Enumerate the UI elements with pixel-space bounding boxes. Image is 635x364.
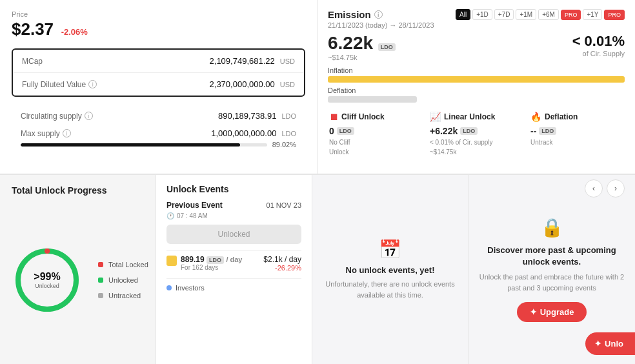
cliff-icon: ⏹ (329, 112, 338, 122)
investors-dot (166, 285, 172, 290)
no-events-panel: 📅 No unlock events, yet! Unfortunately, … (312, 175, 469, 364)
total-unlock-panel: Total Unlock Progress >99% Unlocked (0, 175, 156, 364)
no-events-desc: Unfortunately, there are no unlock event… (323, 279, 458, 300)
unlock-events-title: Unlock Events (166, 184, 301, 194)
emission-main: 6.22k LDO ~$14.75k < 0.01% of Cir. Suppl… (328, 33, 625, 61)
unlocked-button[interactable]: Unlocked (166, 225, 301, 244)
prev-arrow[interactable]: ‹ (585, 179, 603, 197)
filter-1d[interactable]: +1D (472, 9, 492, 20)
emission-badge: LDO (378, 43, 396, 51)
mcap-row: MCap 2,109,749,681.22 USD (13, 50, 304, 73)
vest-amount: 889.19 LDO / day (181, 255, 242, 264)
fdv-row: Fully Diluted Value i 2,370,000,000.00 U… (13, 73, 304, 96)
donut-wrap: >99% Unlocked (12, 245, 83, 316)
max-unit: LDO (281, 130, 296, 137)
event-time: 🕐 07 : 48 AM (166, 212, 301, 219)
max-value: 1,000,000,000.00 (211, 128, 276, 138)
progress-bar (21, 143, 267, 147)
inflation-label: Inflation (328, 66, 625, 74)
progress-pct: 89.02% (272, 141, 296, 148)
deflation-card: 🔥 Deflation -- LDO Untrack (529, 109, 625, 159)
upgrade-button[interactable]: ✦ Upgrade (517, 302, 587, 322)
clock-icon: 🕐 (166, 212, 174, 219)
filter-1y[interactable]: +1Y (583, 9, 602, 20)
max-info-icon[interactable]: i (63, 129, 71, 137)
circ-unit: LDO (281, 112, 296, 120)
fdv-value: 2,370,000,000.00 (210, 79, 275, 89)
cliff-value: 0 LDO (329, 126, 422, 136)
emission-sub-amount: ~$14.75k (328, 54, 396, 61)
linear-desc: < 0.01% of Cir. supply ~$14.75k (430, 137, 523, 157)
filter-6m[interactable]: +6M (538, 9, 559, 20)
emission-amount: 6.22k (328, 33, 373, 53)
fdv-label: Fully Diluted Value i (22, 80, 97, 89)
upgrade-desc: Unlock the past and embrace the future w… (479, 272, 625, 293)
emission-amount-row: 6.22k LDO (328, 33, 396, 54)
cliff-title: ⏹ Cliff Unlock (329, 112, 422, 122)
vest-ldo-badge: LDO (207, 256, 224, 264)
star-icon: ✦ (530, 307, 537, 317)
linear-title: 📈 Linear Unlock (430, 112, 523, 122)
unlocked-dot (98, 278, 103, 283)
prev-event-date: 01 NOV 23 (267, 201, 301, 209)
vest-pct: -26.29% (263, 264, 301, 272)
next-arrow[interactable]: › (607, 179, 625, 197)
donut-label: Unlocked (34, 283, 60, 289)
deflation-label: Deflation (328, 86, 625, 94)
unlocked-label: Unlocked (108, 276, 160, 284)
linear-unlock-card: 📈 Linear Unlock +6.22k LDO < 0.01% of Ci… (428, 109, 524, 159)
progress-bar-container: 89.02% (12, 141, 305, 156)
filter-pro-2[interactable]: PRO (604, 10, 625, 20)
inflation-bar (328, 76, 625, 83)
circ-value: 890,189,738.91 (218, 111, 276, 121)
circ-supply-row: Circulating supply i 890,189,738.91 LDO (12, 105, 305, 125)
upgrade-title: Discover more past & upcoming unlock eve… (479, 245, 625, 268)
unlock-events-panel: Unlock Events Previous Event 01 NOV 23 🕐… (156, 175, 312, 364)
vest-right: $2.1k / day -26.29% (263, 255, 301, 272)
emission-info-icon[interactable]: i (374, 10, 383, 19)
max-supply-row: Max supply i 1,000,000,000.00 LDO (12, 125, 305, 141)
circ-info-icon[interactable]: i (85, 112, 93, 120)
fdv-info-icon[interactable]: i (88, 80, 97, 88)
emission-date: 21/11/2023 (today) → 28/11/2023 (328, 21, 434, 29)
deflation-bar (328, 96, 417, 103)
deflation-desc: Untrack (530, 137, 623, 147)
bottom-row: Total Unlock Progress >99% Unlocked (0, 174, 635, 364)
nav-arrows: ‹ › (585, 174, 625, 197)
cliff-badge: LDO (337, 127, 354, 135)
no-events-icon: 📅 (379, 239, 401, 260)
vest-row: 889.19 LDO / day For 162 days $2.1k / da… (166, 250, 301, 276)
total-unlock-title: Total Unlock Progress (12, 185, 144, 196)
filter-1m[interactable]: +1M (516, 9, 536, 20)
deflation-value: -- LDO (530, 126, 623, 136)
metrics-box: MCap 2,109,749,681.22 USD Fully Diluted … (12, 48, 305, 97)
vest-usd: $2.1k / day (263, 255, 301, 264)
price-label: Price (12, 10, 305, 18)
emission-header: Emission i 21/11/2023 (today) → 28/11/20… (328, 9, 625, 29)
donut-pct: >99% (34, 271, 60, 283)
linear-icon: 📈 (430, 112, 441, 122)
emission-title: Emission i (328, 9, 434, 20)
locked-dot (98, 262, 103, 267)
emission-pct: < 0.01% (572, 33, 625, 50)
circ-label: Circulating supply i (21, 112, 93, 121)
upgrade-icon: 🔒 (541, 217, 563, 238)
filter-7d[interactable]: +7D (494, 9, 514, 20)
float-unlock-button[interactable]: ✦ Unlo (585, 332, 635, 355)
unlock-star-icon: ✦ (594, 339, 601, 349)
unlock-cards: ⏹ Cliff Unlock 0 LDO No Cliff Unlock (328, 109, 625, 159)
prev-event-title: Previous Event (166, 201, 223, 210)
cliff-unlock-card: ⏹ Cliff Unlock 0 LDO No Cliff Unlock (328, 109, 423, 159)
no-events-title: No unlock events, yet! (346, 265, 435, 275)
linear-badge: LDO (460, 127, 478, 135)
vest-period: For 162 days (181, 264, 242, 271)
vest-icon (166, 256, 177, 266)
mcap-value: 2,109,749,681.22 (210, 56, 275, 66)
filter-all[interactable]: All (456, 9, 470, 20)
price-section: Price $2.37 -2.06% (12, 10, 305, 39)
max-label: Max supply i (21, 129, 71, 138)
investors-label: Investors (176, 284, 205, 292)
fdv-unit: USD (280, 81, 295, 88)
vest-left: 889.19 LDO / day For 162 days (166, 255, 242, 271)
filter-pro-1[interactable]: PRO (561, 10, 581, 20)
